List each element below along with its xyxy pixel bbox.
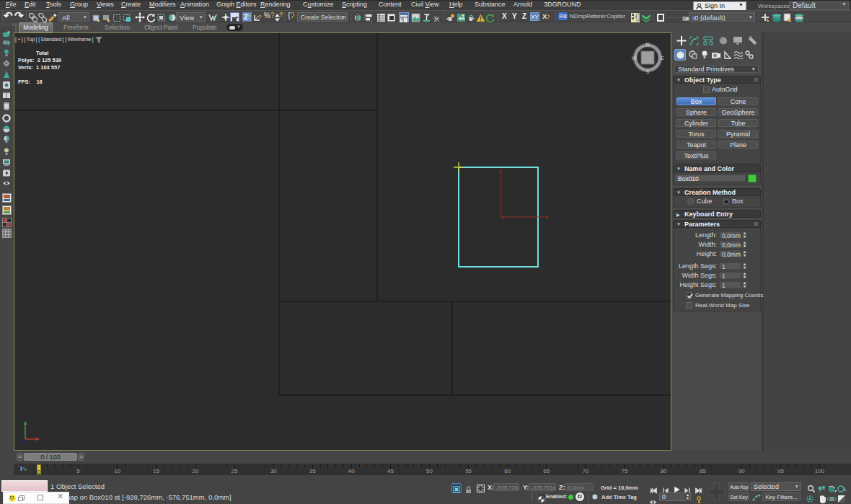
svg-text:N: N [645,42,649,47]
svg-text:W: W [632,56,637,61]
svg-text:S: S [646,69,650,74]
svg-text:E: E [661,56,664,61]
svg-text:z: z [22,438,25,444]
svg-text:?: ? [258,14,262,20]
